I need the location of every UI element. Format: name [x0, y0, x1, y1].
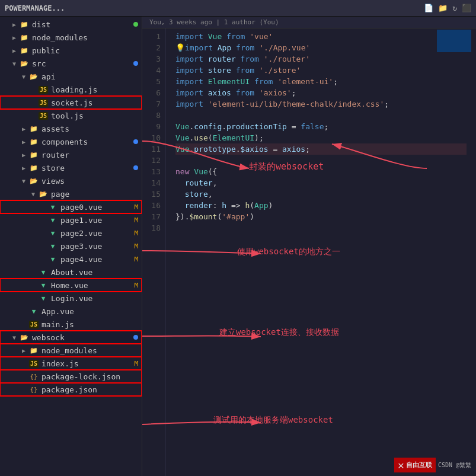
git-badge: M — [134, 216, 138, 224]
collapse-icon[interactable]: ⬛ — [462, 4, 471, 12]
code-line-5: import ElementUI from 'element-ui'; — [175, 76, 467, 87]
tree-item-socket-js[interactable]: JS socket.js — [0, 96, 142, 109]
js-file-icon: JS — [38, 86, 49, 94]
tree-item-app-vue[interactable]: ▼ App.vue — [0, 305, 142, 318]
file-label: dist — [32, 20, 133, 29]
vue-file-icon: ▼ — [38, 295, 49, 302]
refresh-icon[interactable]: ↻ — [452, 4, 457, 12]
arrow-icon: ▶ — [19, 152, 28, 158]
file-label: page0.vue — [60, 203, 134, 212]
code-line-17: }).$mount('#app') — [175, 211, 467, 222]
code-line-18 — [175, 222, 467, 234]
arrow-icon: ▶ — [19, 139, 28, 145]
tree-item-public[interactable]: ▶ 📁 public — [0, 44, 142, 57]
file-label: package-lock.json — [41, 372, 142, 381]
file-label: websock — [32, 333, 133, 342]
top-bar: POWERMANAGE... 📄 📁 ↻ ⬛ — [0, 0, 476, 17]
folder-icon: 📁 — [19, 21, 30, 28]
tree-item-views[interactable]: ▼ 📂 views — [0, 174, 142, 187]
tree-item-src[interactable]: ▼ 📂 src — [0, 57, 142, 70]
tree-item-node_modules[interactable]: ▶ 📁 node_modules — [0, 31, 142, 44]
new-folder-icon[interactable]: 📁 — [438, 4, 448, 12]
file-label: page2.vue — [60, 229, 134, 238]
tree-item-websock[interactable]: ▼ 📂 websock — [0, 331, 142, 344]
vue-file-icon: ▼ — [38, 269, 49, 276]
file-label: store — [41, 164, 133, 172]
code-line-3: import router from './router' — [175, 53, 467, 65]
tree-item-ws-pkg-lock[interactable]: {} package-lock.json — [0, 370, 142, 383]
folder-icon: 📁 — [19, 34, 30, 41]
vue-file-icon: ▼ — [47, 255, 58, 263]
tree-item-router[interactable]: ▶ 📁 router — [0, 148, 142, 161]
tree-item-dist[interactable]: ▶ 📁 dist — [0, 18, 142, 31]
sidebar-title: POWERMANAGE... — [5, 4, 419, 12]
git-badge: M — [134, 255, 138, 263]
line-numbers: 12345 678910 1112131415 161718 — [142, 28, 166, 476]
git-info-text: You, 3 weeks ago | 1 author (You) — [149, 18, 279, 26]
folder-icon: 📁 — [19, 47, 30, 55]
git-badge: M — [134, 360, 138, 368]
tree-item-assets[interactable]: ▶ 📁 assets — [0, 122, 142, 135]
tree-item-main-js[interactable]: JS main.js — [0, 318, 142, 331]
file-label: public — [32, 46, 142, 55]
tree-item-loading-js[interactable]: JS loading.js — [0, 83, 142, 96]
tree-item-page1-vue[interactable]: ▼ page1.vue M — [0, 213, 142, 226]
watermark-x-icon: ✕ — [398, 459, 404, 471]
js-file-icon: JS — [28, 360, 39, 368]
arrow-icon: ▼ — [9, 334, 19, 341]
tree-item-page[interactable]: ▼ 📂 page — [0, 187, 142, 200]
file-label: components — [41, 138, 133, 146]
git-badge: M — [134, 282, 138, 289]
vue-file-icon: ▼ — [38, 282, 49, 289]
tree-item-api[interactable]: ▼ 📂 api — [0, 70, 142, 83]
new-file-icon[interactable]: 📄 — [424, 4, 433, 12]
tree-item-about-vue[interactable]: ▼ About.vue — [0, 266, 142, 279]
folder-icon: 📁 — [28, 164, 39, 172]
tree-item-components[interactable]: ▶ 📁 components — [0, 135, 142, 148]
tree-item-page3-vue[interactable]: ▼ page3.vue M — [0, 239, 142, 253]
file-label: tool.js — [51, 111, 142, 120]
file-label: index.js — [41, 359, 134, 368]
git-badge: M — [134, 242, 138, 250]
file-label: Home.vue — [51, 281, 134, 290]
file-label: page4.vue — [60, 255, 134, 264]
git-badge: M — [134, 229, 138, 237]
folder-open-icon: 📂 — [28, 73, 39, 81]
tree-item-store[interactable]: ▶ 📁 store — [0, 161, 142, 174]
code-line-13: new Vue({ — [175, 166, 467, 177]
git-badge: M — [134, 203, 138, 211]
vue-file-icon: ▼ — [47, 229, 58, 237]
code-line-2: 💡import App from './App.vue' — [175, 42, 467, 53]
folder-icon: 📁 — [28, 125, 39, 133]
tree-item-page4-vue[interactable]: ▼ page4.vue M — [0, 253, 142, 266]
json-file-icon: {} — [28, 373, 39, 381]
tree-item-ws-node_modules[interactable]: ▶ 📁 node_modules — [0, 344, 142, 357]
watermark: ✕ 自由互联 CSDN @繁繁 — [394, 458, 471, 472]
code-line-14: router, — [175, 177, 467, 189]
tree-item-tool-js[interactable]: JS tool.js — [0, 109, 142, 122]
code-line-8 — [175, 110, 467, 121]
status-dot — [133, 61, 138, 66]
folder-icon: 📁 — [28, 138, 39, 146]
tree-item-ws-index-js[interactable]: JS index.js M — [0, 357, 142, 370]
tree-item-page0-vue[interactable]: ▼ page0.vue M — [0, 200, 142, 213]
file-label: router — [41, 151, 142, 159]
tree-item-page2-vue[interactable]: ▼ page2.vue M — [0, 226, 142, 239]
tree-item-ws-pkg[interactable]: {} package.json — [0, 383, 142, 396]
file-label: main.js — [41, 320, 142, 329]
tree-item-login-vue[interactable]: ▼ Login.vue — [0, 292, 142, 305]
code-line-11: Vue.prototype.$axios = axios; — [175, 143, 467, 155]
file-label: views — [41, 177, 142, 186]
folder-icon: 📁 — [28, 151, 39, 159]
top-bar-actions: 📄 📁 ↻ ⬛ — [424, 4, 471, 12]
arrow-icon: ▶ — [9, 47, 19, 54]
folder-open-icon: 📂 — [28, 177, 39, 185]
arrow-icon: ▶ — [19, 165, 28, 171]
arrow-icon: ▼ — [19, 178, 28, 184]
vue-file-icon: ▼ — [47, 216, 58, 224]
watermark-sub: CSDN @繁繁 — [438, 461, 471, 469]
tree-item-home-vue[interactable]: ▼ Home.vue M — [0, 279, 142, 292]
arrow-icon: ▶ — [9, 21, 19, 28]
file-label: App.vue — [41, 307, 142, 316]
vue-file-icon: ▼ — [28, 308, 39, 315]
